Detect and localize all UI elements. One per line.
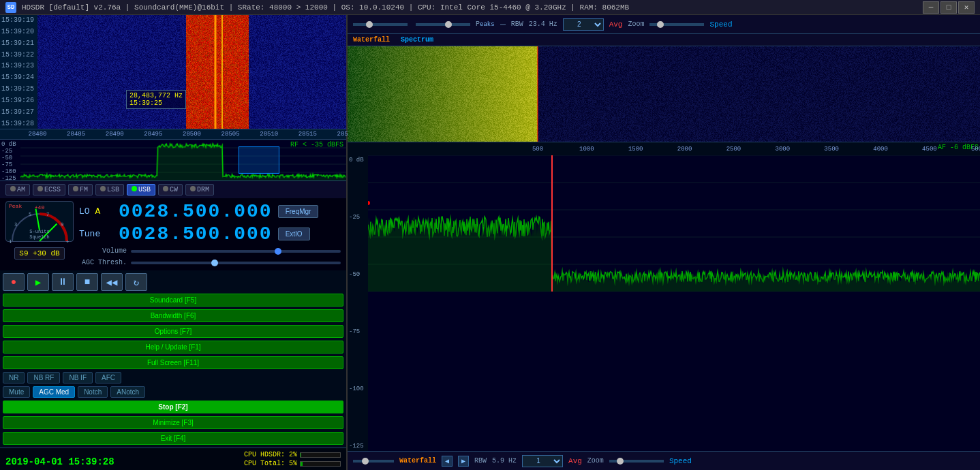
options-button[interactable]: Options [F7] <box>3 325 343 338</box>
rewind-button[interactable]: ◀◀ <box>101 273 123 291</box>
smeter-area: +40 S-units Squelch Peak S9 +30 dB <box>5 201 74 268</box>
tooltip-freq: 28,483,772 Hz <box>129 92 183 99</box>
cpu-total-row: CPU Total: 5% <box>244 460 341 467</box>
spectrum-top-canvas[interactable] <box>20 140 346 181</box>
anotch-button[interactable]: ANotch <box>110 386 145 398</box>
avg-label-bottom: Avg <box>568 457 582 465</box>
spectrum-display-top[interactable]: 0 dB-25-50-75-100-125 RF < -35 dBFS <box>0 139 346 181</box>
lo-label: LO A <box>79 206 113 217</box>
rbw-select-top[interactable]: 2 <box>563 18 604 31</box>
spectrum-tab[interactable]: Spectrum <box>401 36 433 44</box>
tune-row: Tune 0028.500.000 ExtIO <box>79 223 341 245</box>
app-icon-text: SD <box>7 4 15 11</box>
exit-button[interactable]: Exit [F4] <box>3 432 343 445</box>
usb-btn[interactable]: USB <box>127 184 155 195</box>
volume-slider-row: Volume <box>79 247 341 255</box>
waterfall-tab-bottom[interactable]: Waterfall <box>399 457 436 465</box>
spectrum-y-label: -75 <box>349 328 367 335</box>
spectrum-right-canvas[interactable] <box>368 155 980 292</box>
nb-if-button[interactable]: NB IF <box>63 372 93 383</box>
bottom-info: 2019-04-01 15:39:28 CPU HDSDR: 2% CPU To… <box>0 448 346 470</box>
bandwidth-button[interactable]: Bandwidth [F6] <box>3 309 343 322</box>
freqmgr-button[interactable]: FreqMgr <box>278 205 319 218</box>
tune-value[interactable]: 0028.500.000 <box>119 223 273 245</box>
spectrum-freq-tick: 1500 <box>628 146 643 153</box>
titlebar: SD HDSDR [default] v2.76a | Soundcard(MM… <box>0 0 980 15</box>
waterfall-tab[interactable]: Waterfall <box>353 36 390 44</box>
minimize-row: Minimize [F3] <box>3 416 343 429</box>
drm-btn[interactable]: DRM <box>185 184 214 195</box>
spectrum-selection <box>239 146 279 174</box>
minimize-app-button[interactable]: Minimize [F3] <box>3 416 343 429</box>
datetime-display: 2019-04-01 15:39:28 <box>5 456 114 467</box>
lo-value[interactable]: 0028.500.000 <box>119 201 273 222</box>
nb-rf-button[interactable]: NB RF <box>27 372 60 383</box>
time-label: 15:39:24 <box>1 74 36 81</box>
cpu-total-label: CPU Total: 5% <box>244 460 297 467</box>
volume-slider[interactable] <box>131 250 341 253</box>
maximize-window-button[interactable]: □ <box>940 1 957 14</box>
ecss-btn[interactable]: ECSS <box>33 184 65 195</box>
rbw-label-bottom: RBW <box>474 457 487 465</box>
lo-row: LO A 0028.500.000 FreqMgr <box>79 201 341 222</box>
zoom-slider-top[interactable] <box>649 23 704 26</box>
record-button[interactable]: ● <box>3 273 25 291</box>
rbw-value-bottom: 5.9 Hz <box>492 457 517 465</box>
right-slider-1[interactable] <box>353 23 408 26</box>
freq-tick: 28500 <box>183 131 201 138</box>
waterfall-right[interactable] <box>348 46 980 142</box>
spectrum-freq-tick: 2500 <box>726 146 741 153</box>
extio-button[interactable]: ExtIO <box>278 228 310 240</box>
nr-button[interactable]: NR <box>3 372 25 383</box>
time-label: 15:39:21 <box>1 40 36 47</box>
am-btn[interactable]: AM <box>5 184 30 195</box>
spectrum-freq-tick: 4000 <box>873 146 888 153</box>
freq-tick: 28510 <box>260 131 278 138</box>
rbw-select-bottom[interactable]: 1 <box>522 455 563 467</box>
agc-med-button[interactable]: AGC Med <box>33 386 75 398</box>
lsb-btn[interactable]: LSB <box>95 184 124 195</box>
wf-next-btn[interactable]: ▶ <box>458 456 469 467</box>
time-label: 15:39:26 <box>1 97 36 104</box>
spectrum-db-label: -100 <box>1 168 19 175</box>
cw-btn[interactable]: CW <box>158 184 183 195</box>
cpu-info: CPU HDSDR: 2% CPU Total: 5% <box>244 451 341 467</box>
pause-button[interactable]: ⏸ <box>52 273 74 291</box>
right-panel: Peaks RBW 23.4 Hz 2 Avg Zoom Speed Water… <box>348 15 980 470</box>
spectrum-top-labels: 0 dB-25-50-75-100-125 <box>0 140 20 181</box>
spectrum-display-right[interactable]: 0 dB-25-50-75-100-125 <box>348 155 980 451</box>
minimize-window-button[interactable]: ─ <box>923 1 939 14</box>
wf-spectrum-labels-row: Waterfall Spectrum <box>348 34 980 46</box>
afc-button[interactable]: AFC <box>95 372 121 383</box>
time-label: 15:39:20 <box>1 28 36 35</box>
smeter: +40 S-units Squelch Peak <box>5 201 74 242</box>
time-label: 15:39:23 <box>1 62 36 69</box>
waterfall-right-canvas[interactable] <box>348 46 980 142</box>
fullscreen-button[interactable]: Full Screen [F11] <box>3 356 343 369</box>
right-slider-2[interactable] <box>416 23 470 26</box>
wf-prev-btn[interactable]: ◀ <box>442 456 453 467</box>
agc-thresh-slider[interactable] <box>131 262 341 264</box>
close-window-button[interactable]: ✕ <box>958 1 975 14</box>
mute-button[interactable]: Mute <box>3 386 30 398</box>
cpu-hdsdr-label: CPU HDSDR: 2% <box>244 451 297 458</box>
frequency-axis: 2848028485284902849528500285052851028515… <box>0 129 346 139</box>
spectrum-freq-tick: 2000 <box>677 146 692 153</box>
bottom-slider-1[interactable] <box>353 460 394 463</box>
play-button[interactable]: ▶ <box>27 273 49 291</box>
stop-button[interactable]: Stop [F2] <box>3 401 343 413</box>
fm-btn[interactable]: FM <box>68 184 93 195</box>
zoom-label-top: Zoom <box>628 20 644 28</box>
zoom-slider-bottom[interactable] <box>609 460 664 463</box>
freq-tick: 28515 <box>298 131 317 138</box>
help-button[interactable]: Help / Update [F1] <box>3 341 343 354</box>
titlebar-controls: ─ □ ✕ <box>923 1 975 14</box>
soundcard-button[interactable]: Soundcard [F5] <box>3 294 343 307</box>
waterfall-display[interactable]: 15:39:1915:39:2015:39:2115:39:2215:39:23… <box>0 15 346 129</box>
stop-playback-button[interactable]: ■ <box>76 273 98 291</box>
peak-label: Peak <box>9 203 22 209</box>
loop-button[interactable]: ↻ <box>125 273 147 291</box>
waterfall-canvas[interactable] <box>37 15 346 129</box>
speed-label-bottom: Speed <box>669 457 692 465</box>
notch-button[interactable]: Notch <box>78 386 108 398</box>
